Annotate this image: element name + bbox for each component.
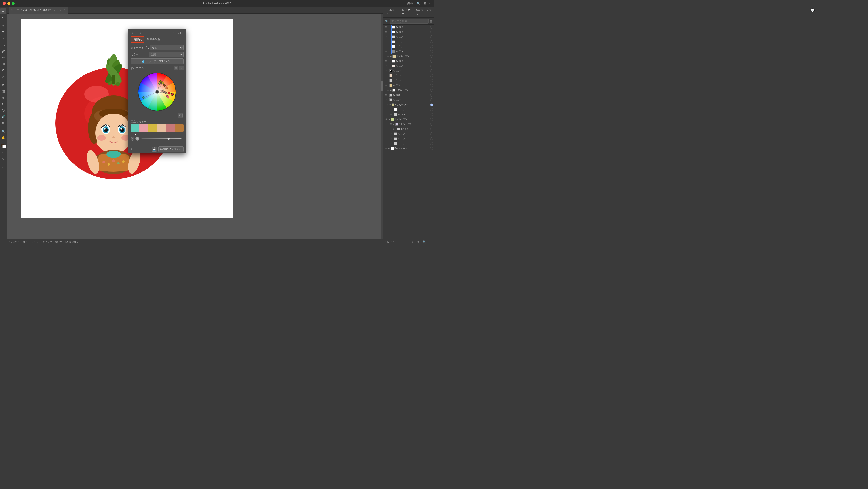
draw-mode[interactable]: ⬡	[0, 156, 6, 162]
info-icon[interactable]: ℹ	[131, 147, 132, 151]
visibility-icon[interactable]: 👁	[389, 132, 393, 136]
tab-properties[interactable]: プロパティ	[383, 7, 400, 18]
search-layer-btn[interactable]: 🔍	[422, 240, 426, 244]
select-tool[interactable]: ▸	[0, 8, 6, 14]
layer-target[interactable]	[430, 128, 433, 130]
layer-target[interactable]	[430, 132, 433, 135]
layer-target[interactable]	[430, 45, 433, 48]
expand-arrow[interactable]: ▼	[389, 104, 391, 106]
visibility-icon[interactable]: 👁	[384, 93, 388, 97]
expand-arrow[interactable]: ▶	[390, 89, 392, 92]
layer-target[interactable]	[430, 137, 433, 140]
visibility-icon[interactable]: 👁	[384, 50, 388, 53]
background-color[interactable]	[2, 145, 6, 149]
next-arrow[interactable]: ▷	[37, 240, 39, 243]
layer-item[interactable]: 👁 <パス>	[383, 136, 434, 141]
visibility-icon[interactable]: 👁	[384, 35, 388, 39]
layer-target[interactable]	[430, 94, 433, 97]
layer-target[interactable]	[430, 60, 433, 63]
visibility-icon[interactable]: 👁	[384, 79, 388, 82]
search-input[interactable]	[390, 19, 429, 24]
layer-target[interactable]	[430, 113, 433, 116]
filter-icon[interactable]: ▤	[430, 20, 432, 23]
color-swatch[interactable]	[1, 143, 6, 149]
layer-item[interactable]: 👁 <パス>	[383, 39, 434, 44]
scrollbar-thumb[interactable]	[381, 81, 383, 91]
layer-item[interactable]: 👁 <パス>	[383, 25, 434, 30]
layer-item[interactable]: 👁 <パス>	[383, 34, 434, 39]
layer-target[interactable]	[430, 79, 433, 82]
visibility-icon[interactable]: 👁	[384, 40, 388, 43]
tab-layers[interactable]: レイヤー	[400, 7, 413, 18]
detail-options-button[interactable]: 詳細オプション...	[158, 146, 184, 152]
tab-recolor[interactable]: 再配色	[131, 36, 145, 43]
grid-icon[interactable]: ⊞	[424, 2, 426, 5]
visibility-icon[interactable]: 👁	[384, 74, 388, 77]
layer-target[interactable]	[430, 31, 433, 33]
brightness-left-btn[interactable]: ○	[131, 137, 134, 141]
visibility-icon[interactable]: 👁	[384, 64, 388, 68]
visibility-icon[interactable]: 👁	[389, 142, 393, 145]
tab-generate-recolor[interactable]: 生成再配色	[145, 36, 163, 43]
warp-tool[interactable]: ≋	[0, 82, 6, 88]
visibility-icon[interactable]: 👁	[384, 147, 388, 150]
layer-target[interactable]	[430, 103, 433, 106]
visibility-icon[interactable]: 👁	[384, 26, 388, 29]
layer-target[interactable]	[430, 84, 433, 87]
mesh-tool[interactable]: #	[0, 95, 6, 100]
layer-item[interactable]: 👁 <パス>	[383, 83, 434, 88]
undo-button[interactable]: ↩	[131, 31, 135, 35]
layer-item[interactable]: 👁 <パス>	[383, 107, 434, 112]
visibility-icon[interactable]: 👁	[389, 113, 393, 116]
grid-view-btn[interactable]: ⊞	[174, 66, 178, 70]
paintbrush-tool[interactable]: 🖌	[0, 48, 6, 54]
pencil-tool[interactable]: ✏	[0, 55, 6, 60]
close-button[interactable]	[3, 2, 6, 5]
color-select[interactable]: 自動	[149, 52, 184, 57]
visibility-icon[interactable]: 👁	[389, 108, 393, 111]
expand-btn[interactable]: ⤢	[179, 66, 184, 70]
visibility-icon[interactable]: 👁	[386, 55, 390, 58]
layer-target[interactable]	[430, 74, 433, 77]
layer-item[interactable]: 👁 <パス>	[383, 93, 434, 98]
tab-close[interactable]: ✕	[11, 9, 12, 11]
eyedropper-tool[interactable]: 💉	[0, 113, 6, 119]
visibility-icon[interactable]: 👁	[384, 59, 388, 63]
layer-group-item[interactable]: 👁 ▼ <グループ>	[383, 117, 434, 122]
window-icon[interactable]: □	[429, 2, 431, 5]
zoom-control[interactable]: 46.55% ▾	[9, 240, 20, 243]
layer-item[interactable]: 👁 <パス>	[383, 49, 434, 54]
search-icon[interactable]: 🔍	[416, 2, 420, 5]
layer-group-expanded[interactable]: 👁 ▼ <グループ>	[383, 102, 434, 107]
layer-item[interactable]: 👁 <パス>	[383, 73, 434, 78]
layer-target[interactable]	[430, 98, 433, 101]
add-layer-btn[interactable]: +	[411, 240, 414, 244]
angle-control[interactable]: 0° ▾	[23, 240, 28, 243]
hand-tool[interactable]: ✋	[0, 135, 6, 140]
zoom-tool[interactable]: 🔍	[0, 128, 6, 134]
brightness-right-btn[interactable]: ●	[135, 137, 139, 141]
layer-target[interactable]	[430, 55, 433, 58]
layer-target[interactable]	[430, 65, 433, 67]
visibility-icon[interactable]: 👁	[384, 98, 388, 102]
eraser-tool[interactable]: ◫	[0, 61, 6, 67]
layer-item[interactable]: 👁 <パス>	[383, 30, 434, 34]
redo-button[interactable]: ↪	[137, 31, 142, 35]
color-wheel-container[interactable]	[136, 71, 178, 112]
fill-mode[interactable]: ◻	[0, 150, 6, 155]
layer-target[interactable]	[430, 142, 433, 145]
layer-target[interactable]	[430, 50, 433, 53]
expand-arrow[interactable]: ▶	[390, 55, 392, 58]
theme-picker-button[interactable]: 💧 カラーテーマピッカー	[131, 59, 184, 64]
vertical-scrollbar[interactable]	[381, 13, 383, 239]
slider-thumb[interactable]	[167, 137, 170, 140]
minimize-button[interactable]	[7, 2, 10, 5]
layer-item[interactable]: 👁 <パス>	[383, 64, 434, 68]
layer-item[interactable]: 👁 <パス>	[383, 141, 434, 146]
layer-target[interactable]	[430, 26, 433, 29]
expand-arrow[interactable]: ▶	[393, 123, 395, 125]
slider-track[interactable]	[141, 138, 182, 139]
layer-target[interactable]	[430, 40, 433, 43]
panel-menu-btn[interactable]: ≡	[428, 240, 432, 244]
canvas-nav[interactable]: ◁ 1 ▷	[31, 240, 39, 243]
